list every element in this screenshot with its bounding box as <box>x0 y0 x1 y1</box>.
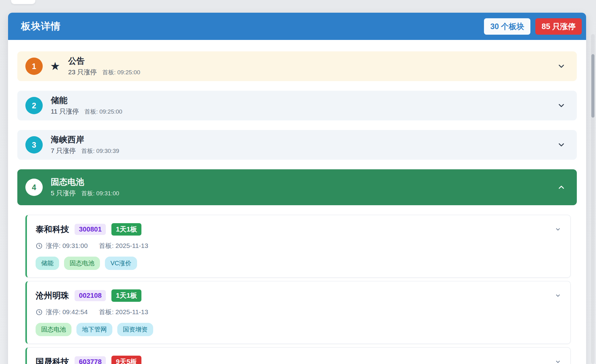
limit-up-count-badge: 85 只涨停 <box>535 18 582 35</box>
sector-subtitle: 7 只涨停 首板: 09:30:39 <box>51 146 119 155</box>
concept-tag[interactable]: 储能 <box>36 257 59 270</box>
scrollbar-thumb[interactable] <box>591 54 594 118</box>
chevron-down-icon[interactable] <box>557 141 566 149</box>
sector-text: 固态电池 5 只涨停 首板: 09:31:00 <box>51 177 119 197</box>
sector-text: 公告 23 只涨停 首板: 09:25:00 <box>68 56 140 76</box>
stock-tags: 固态电池地下管网国资增资 <box>36 323 561 336</box>
sector-list: 1 ★ 公告 23 只涨停 首板: 09:25:00 2 储能 11 只涨停 首… <box>17 51 577 205</box>
sector-limit-up-count: 7 只涨停 <box>51 146 76 155</box>
star-icon: ★ <box>50 61 60 72</box>
limit-up-time: 涨停: 09:42:54 <box>46 308 88 316</box>
header-badges: 30 个板块 85 只涨停 <box>484 18 582 35</box>
clock-icon <box>36 309 43 316</box>
sector-rank-badge: 4 <box>25 179 43 196</box>
stock-card[interactable]: 国晟科技 603778 9天5板 涨停: 09:45:52 首板: 2025-1… <box>25 347 571 364</box>
sector-detail-panel: 板块详情 30 个板块 85 只涨停 1 ★ 公告 23 只涨停 首板: 09:… <box>8 13 586 364</box>
stock-list: 泰和科技 300801 1天1板 涨停: 09:31:00 首板: 2025-1… <box>17 215 577 364</box>
stock-card-header: 国晟科技 603778 9天5板 <box>36 356 561 364</box>
chevron-down-icon[interactable] <box>555 226 561 232</box>
sector-limit-up-count: 11 只涨停 <box>51 107 79 116</box>
board-count-badge: 1天1板 <box>111 223 141 236</box>
first-board-date: 首板: 2025-11-13 <box>99 241 148 250</box>
stock-code-badge: 002108 <box>75 290 106 301</box>
chevron-down-icon[interactable] <box>557 101 566 110</box>
concept-tag[interactable]: 国资增资 <box>117 323 153 336</box>
stock-code-badge: 603778 <box>75 356 106 364</box>
chevron-up-icon[interactable] <box>557 183 566 192</box>
sector-rank-badge: 1 <box>25 58 43 75</box>
sector-name: 公告 <box>68 56 140 66</box>
sector-first-board-time: 首板: 09:25:00 <box>84 108 123 116</box>
sector-text: 海峡西岸 7 只涨停 首板: 09:30:39 <box>51 135 119 155</box>
sector-text: 储能 11 只涨停 首板: 09:25:00 <box>51 95 122 116</box>
sector-row[interactable]: 1 ★ 公告 23 只涨停 首板: 09:25:00 <box>17 51 577 81</box>
sector-first-board-time: 首板: 09:31:00 <box>81 189 119 197</box>
sector-rank-badge: 3 <box>25 136 43 154</box>
board-count-badge: 9天5板 <box>111 356 141 364</box>
concept-tag[interactable]: 固态电池 <box>36 323 71 336</box>
sector-subtitle: 11 只涨停 首板: 09:25:00 <box>51 107 122 116</box>
concept-tag[interactable]: 地下管网 <box>76 323 112 336</box>
sector-first-board-time: 首板: 09:25:00 <box>102 68 140 76</box>
sector-first-board-time: 首板: 09:30:39 <box>81 147 119 155</box>
sector-row[interactable]: 2 储能 11 只涨停 首板: 09:25:00 <box>17 91 577 120</box>
sector-limit-up-count: 5 只涨停 <box>51 189 76 197</box>
chevron-down-icon[interactable] <box>555 359 561 364</box>
sector-name: 储能 <box>51 95 122 105</box>
sector-name: 固态电池 <box>51 177 119 187</box>
concept-tag[interactable]: 固态电池 <box>64 257 100 270</box>
sector-subtitle: 5 只涨停 首板: 09:31:00 <box>51 189 119 197</box>
stock-card-header: 泰和科技 300801 1天1板 <box>36 223 561 236</box>
limit-up-time: 涨停: 09:31:00 <box>46 241 88 250</box>
first-board-date: 首板: 2025-11-13 <box>99 308 148 316</box>
panel-body: 1 ★ 公告 23 只涨停 首板: 09:25:00 2 储能 11 只涨停 首… <box>8 40 586 364</box>
stock-name: 沧州明珠 <box>36 290 69 301</box>
stock-meta: 涨停: 09:31:00 首板: 2025-11-13 <box>36 241 561 250</box>
sector-limit-up-count: 23 只涨停 <box>68 68 97 76</box>
chevron-down-icon[interactable] <box>555 292 561 299</box>
stock-tags: 储能固态电池VC涨价 <box>36 257 561 270</box>
stock-card[interactable]: 沧州明珠 002108 1天1板 涨停: 09:42:54 首板: 2025-1… <box>25 281 571 344</box>
stock-meta: 涨停: 09:42:54 首板: 2025-11-13 <box>36 308 561 316</box>
board-count-badge: 1天1板 <box>111 289 141 302</box>
chevron-down-icon[interactable] <box>557 62 566 71</box>
scrolled-card-fragment <box>11 0 35 4</box>
sector-row[interactable]: 4 固态电池 5 只涨停 首板: 09:31:00 <box>17 169 577 205</box>
concept-tag[interactable]: VC涨价 <box>105 257 137 270</box>
sector-count-badge: 30 个板块 <box>484 18 530 35</box>
sector-rank-badge: 2 <box>25 97 43 114</box>
stock-code-badge: 300801 <box>75 224 106 235</box>
sector-subtitle: 23 只涨停 首板: 09:25:00 <box>68 68 140 76</box>
stock-card-header: 沧州明珠 002108 1天1板 <box>36 289 561 302</box>
clock-icon <box>36 242 43 249</box>
scrollbar-track[interactable] <box>591 34 595 364</box>
panel-header: 板块详情 30 个板块 85 只涨停 <box>8 13 586 40</box>
panel-title: 板块详情 <box>21 20 61 33</box>
sector-row[interactable]: 3 海峡西岸 7 只涨停 首板: 09:30:39 <box>17 130 577 160</box>
sector-name: 海峡西岸 <box>51 135 119 145</box>
stock-card[interactable]: 泰和科技 300801 1天1板 涨停: 09:31:00 首板: 2025-1… <box>25 215 571 278</box>
stock-name: 国晟科技 <box>36 356 69 364</box>
stock-name: 泰和科技 <box>36 224 69 235</box>
